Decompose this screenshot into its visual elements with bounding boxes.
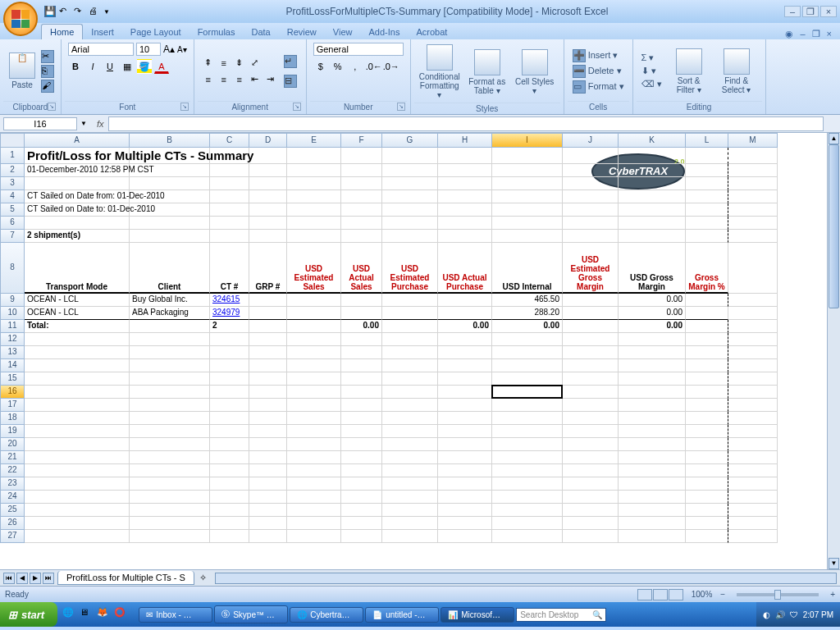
cell-M12[interactable] [728, 333, 778, 346]
find-select-button[interactable]: Find & Select ▾ [714, 47, 759, 96]
cell-D20[interactable] [249, 438, 287, 451]
col-header-B[interactable]: B [130, 133, 210, 148]
cell-E14[interactable] [287, 359, 341, 372]
row-header-26[interactable]: 26 [0, 517, 25, 530]
cell-C21[interactable] [210, 451, 249, 464]
cell-K16[interactable] [619, 386, 686, 399]
cell-A19[interactable] [25, 425, 130, 438]
cell-D13[interactable] [249, 346, 287, 359]
cell-E21[interactable] [287, 451, 341, 464]
cell-L17[interactable] [686, 399, 728, 412]
cell-A16[interactable] [25, 386, 130, 399]
cell-D8[interactable]: GRP # [249, 243, 287, 294]
cell-L20[interactable] [686, 438, 728, 451]
cell-F11[interactable]: 0.00 [341, 320, 382, 333]
delete-cells-button[interactable]: ➖Delete ▾ [571, 64, 626, 79]
cell-B23[interactable] [130, 477, 210, 491]
font-color-button[interactable]: A [154, 59, 169, 74]
cell-F22[interactable] [341, 464, 382, 477]
cell-K5[interactable] [619, 203, 686, 217]
cell-M1[interactable] [728, 148, 778, 164]
cell-E10[interactable] [287, 307, 341, 320]
cell-L12[interactable] [686, 333, 728, 346]
cell-J3[interactable] [563, 177, 619, 190]
cell-G16[interactable] [382, 386, 438, 399]
cell-L21[interactable] [686, 451, 728, 464]
cell-H19[interactable] [438, 425, 492, 438]
cell-I7[interactable] [492, 230, 563, 243]
cell-K6[interactable] [619, 217, 686, 230]
taskbar-item-excel[interactable]: 📊Microsof… [441, 607, 514, 623]
cell-J8[interactable]: USD Estimated Gross Margin [563, 243, 619, 294]
cell-I22[interactable] [492, 464, 563, 477]
bold-button[interactable]: B [68, 59, 83, 74]
font-launcher[interactable]: ↘ [180, 103, 189, 111]
cell-G6[interactable] [382, 217, 438, 230]
row-header-9[interactable]: 9 [0, 294, 25, 307]
tab-insert[interactable]: Insert [83, 25, 122, 39]
tab-addins[interactable]: Add-Ins [360, 25, 408, 39]
cell-I26[interactable] [492, 517, 563, 530]
cell-F3[interactable] [341, 177, 382, 190]
cell-L26[interactable] [686, 517, 728, 530]
number-launcher[interactable]: ↘ [397, 103, 405, 111]
cell-E9[interactable] [287, 294, 341, 307]
cell-M17[interactable] [728, 399, 778, 412]
cell-F4[interactable] [341, 190, 382, 203]
cell-E7[interactable] [287, 230, 341, 243]
clipboard-launcher[interactable]: ↘ [48, 103, 56, 111]
cell-B14[interactable] [130, 359, 210, 372]
comma-button[interactable]: , [348, 59, 363, 74]
cell-L25[interactable] [686, 504, 728, 517]
cell-C12[interactable] [210, 333, 249, 346]
cell-G8[interactable]: USD Estimated Purchase [382, 243, 438, 294]
row-header-3[interactable]: 3 [0, 177, 25, 190]
col-header-M[interactable]: M [728, 133, 778, 148]
cell-F23[interactable] [341, 477, 382, 491]
orientation-icon[interactable]: ⤢ [248, 56, 262, 71]
cell-H1[interactable] [438, 148, 492, 164]
cell-I24[interactable] [492, 491, 563, 504]
cell-I21[interactable] [492, 451, 563, 464]
cell-G18[interactable] [382, 412, 438, 425]
cell-D14[interactable] [249, 359, 287, 372]
cell-J13[interactable] [563, 346, 619, 359]
cell-E2[interactable] [287, 164, 341, 177]
cell-A18[interactable] [25, 412, 130, 425]
cell-E18[interactable] [287, 412, 341, 425]
cell-K18[interactable] [619, 412, 686, 425]
cell-J17[interactable] [563, 399, 619, 412]
cell-A1[interactable]: Profit/Loss for Multiple CTs - Summary [25, 148, 382, 164]
doc-minimize-button[interactable]: – [800, 29, 805, 39]
sheet-prev-icon[interactable]: ◀ [16, 573, 28, 584]
copy-icon[interactable]: ⎘ [41, 65, 54, 78]
cell-D10[interactable] [249, 307, 287, 320]
cut-icon[interactable]: ✂ [41, 50, 54, 63]
restore-button[interactable]: ❐ [802, 6, 819, 17]
normal-view-icon[interactable] [637, 589, 652, 600]
cell-L22[interactable] [686, 464, 728, 477]
row-header-24[interactable]: 24 [0, 491, 25, 504]
cell-M19[interactable] [728, 425, 778, 438]
row-header-19[interactable]: 19 [0, 425, 25, 438]
cell-K11[interactable]: 0.00 [619, 320, 686, 333]
cell-L3[interactable] [686, 177, 728, 190]
cell-H13[interactable] [438, 346, 492, 359]
cell-A17[interactable] [25, 399, 130, 412]
cell-I4[interactable] [492, 190, 563, 203]
cell-M3[interactable] [728, 177, 778, 190]
cell-L14[interactable] [686, 359, 728, 372]
cell-B27[interactable] [130, 530, 210, 543]
cell-C9[interactable]: 324615 [210, 294, 249, 307]
shrink-font-icon[interactable]: A▾ [177, 45, 187, 54]
cell-F8[interactable]: USD Actual Sales [341, 243, 382, 294]
name-box[interactable] [3, 117, 77, 130]
cell-G19[interactable] [382, 425, 438, 438]
fill-button[interactable]: ⬇ ▾ [640, 65, 664, 77]
cell-I23[interactable] [492, 477, 563, 491]
indent-increase-icon[interactable]: ⇥ [263, 72, 278, 87]
cell-D16[interactable] [249, 386, 287, 399]
cell-H12[interactable] [438, 333, 492, 346]
cell-E27[interactable] [287, 530, 341, 543]
cell-M13[interactable] [728, 346, 778, 359]
